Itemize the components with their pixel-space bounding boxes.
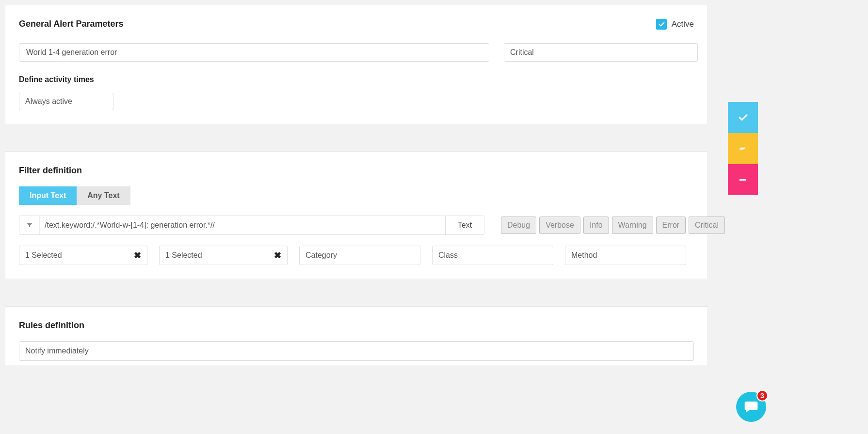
rail-clear-button[interactable]: [728, 133, 758, 164]
activity-times-value: Always active: [25, 97, 72, 106]
select-method[interactable]: Method: [565, 246, 686, 265]
check-icon: [658, 20, 665, 28]
tab-input-text[interactable]: Input Text: [19, 186, 77, 205]
eraser-icon: [737, 143, 749, 154]
close-icon[interactable]: ✖: [274, 250, 281, 261]
action-rail: [728, 102, 758, 195]
filter-card: Filter definition Input Text Any Text Te…: [5, 151, 708, 279]
general-title: General Alert Parameters: [19, 19, 123, 29]
level-verbose[interactable]: Verbose: [539, 217, 580, 234]
query-type-toggle[interactable]: Text: [445, 216, 484, 234]
select-1-label: 1 Selected: [25, 251, 62, 260]
severity-select[interactable]: Critical: [504, 43, 698, 62]
check-icon: [737, 112, 749, 123]
filter-title: Filter definition: [19, 166, 694, 176]
rules-title: Rules definition: [19, 320, 694, 331]
chat-icon: [743, 399, 759, 415]
category-placeholder: Category: [305, 251, 337, 260]
tab-any-text[interactable]: Any Text: [77, 186, 130, 205]
close-icon[interactable]: ✖: [134, 250, 141, 261]
alert-name-input[interactable]: [19, 43, 489, 62]
level-button-group: Debug Verbose Info Warning Error Critica…: [501, 217, 725, 234]
level-critical[interactable]: Critical: [689, 217, 725, 234]
minus-icon: [737, 174, 749, 185]
select-2-label: 1 Selected: [165, 251, 202, 260]
level-debug[interactable]: Debug: [501, 217, 536, 234]
level-error[interactable]: Error: [656, 217, 686, 234]
select-2[interactable]: 1 Selected ✖: [159, 246, 288, 265]
general-card: General Alert Parameters Active Critical…: [5, 5, 708, 124]
level-warning[interactable]: Warning: [612, 217, 653, 234]
filter-tabbar: Input Text Any Text: [19, 186, 694, 205]
active-label: Active: [672, 19, 694, 29]
query-input[interactable]: Text: [19, 216, 484, 235]
notify-value: Notify immediately: [25, 347, 89, 355]
rail-delete-button[interactable]: [728, 164, 758, 195]
active-checkbox[interactable]: [656, 19, 667, 30]
severity-value: Critical: [510, 48, 534, 57]
rail-save-button[interactable]: [728, 102, 758, 133]
query-field[interactable]: [40, 216, 445, 234]
filter-icon: [19, 216, 40, 234]
rules-card: Rules definition Notify immediately: [5, 306, 708, 366]
activity-times-label: Define activity times: [19, 75, 694, 84]
level-info[interactable]: Info: [583, 217, 609, 234]
svg-rect-0: [739, 179, 746, 181]
method-placeholder: Method: [571, 251, 597, 260]
activity-times-select[interactable]: Always active: [19, 93, 113, 110]
active-toggle[interactable]: Active: [656, 19, 694, 30]
chat-button[interactable]: 3: [736, 392, 766, 422]
notify-select[interactable]: Notify immediately: [19, 341, 694, 361]
select-class[interactable]: Class: [432, 246, 553, 265]
select-category[interactable]: Category: [299, 246, 420, 265]
select-1[interactable]: 1 Selected ✖: [19, 246, 147, 265]
chat-badge: 3: [756, 390, 768, 401]
class-placeholder: Class: [438, 251, 458, 260]
alert-name-field[interactable]: [25, 48, 483, 57]
